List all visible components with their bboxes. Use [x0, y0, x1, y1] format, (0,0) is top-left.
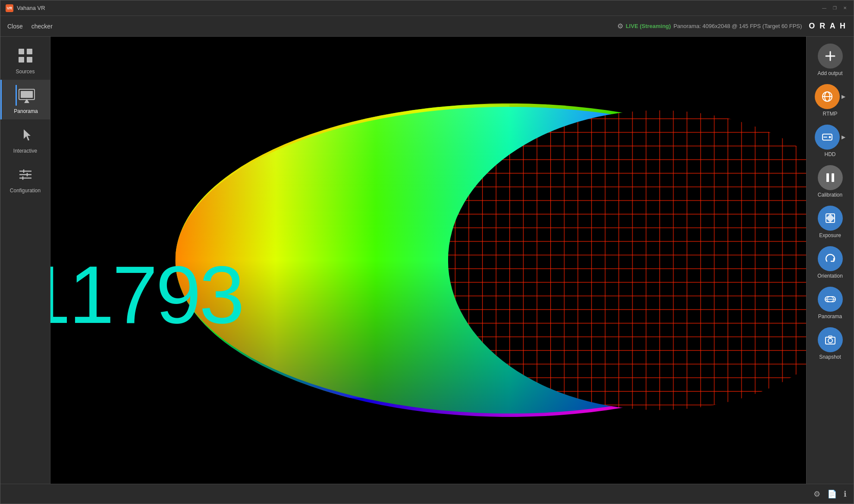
orientation-label: Orientation	[817, 273, 843, 279]
sources-icon	[15, 45, 36, 66]
document-bottom-icon[interactable]: 📄	[827, 489, 837, 499]
rtmp-button[interactable]: ▶ RTMP	[807, 81, 854, 120]
main-layout: Sources Panorama	[0, 37, 854, 484]
sidebar-item-configuration[interactable]: Configuration	[0, 159, 50, 199]
svg-rect-3	[27, 57, 32, 63]
hdd-icon	[815, 125, 840, 150]
hdd-button[interactable]: ▶ HDD	[807, 121, 854, 161]
calibration-icon	[818, 165, 843, 190]
sidebar-item-interactive[interactable]: Interactive	[0, 119, 50, 159]
live-status: LIVE (Streaming)	[626, 23, 671, 29]
app-title: Vahana VR	[17, 5, 45, 11]
panorama-label: Panorama	[14, 108, 38, 114]
sidebar-item-panorama[interactable]: Panorama	[2, 80, 50, 119]
orah-text: O R A H	[809, 22, 847, 30]
exposure-button[interactable]: Exposure	[807, 202, 854, 242]
close-button[interactable]: ✕	[841, 5, 848, 12]
panorama-right-icon	[818, 287, 843, 312]
interactive-label: Interactive	[13, 148, 37, 154]
svg-rect-2	[19, 57, 24, 63]
sources-label: Sources	[16, 69, 35, 75]
add-output-icon	[818, 44, 843, 69]
hdd-arrow: ▶	[841, 134, 845, 140]
settings-bottom-icon[interactable]: ⚙	[813, 489, 820, 499]
rtmp-arrow: ▶	[841, 94, 845, 100]
svg-rect-1	[27, 49, 32, 54]
content-area: 11793	[50, 37, 806, 484]
svg-point-41	[829, 136, 831, 138]
panorama-icon	[16, 85, 36, 106]
svg-rect-0	[19, 49, 24, 54]
sidebar-item-sources[interactable]: Sources	[0, 40, 50, 80]
resolution-info: Panorama: 4096x2048 @ 145 FPS (Target 60…	[673, 23, 802, 29]
snapshot-label: Snapshot	[819, 354, 841, 360]
snapshot-icon	[818, 327, 843, 352]
add-output-label: Add output	[817, 70, 842, 76]
svg-rect-44	[832, 173, 834, 182]
svg-rect-5	[21, 91, 33, 98]
rtmp-label: RTMP	[823, 111, 838, 117]
app-window: VR Vahana VR — ❐ ✕ Close checker ⚙ LIVE …	[0, 0, 854, 504]
exposure-label: Exposure	[819, 232, 841, 238]
settings-icon[interactable]: ⚙	[617, 22, 623, 30]
preset-label: checker	[31, 23, 53, 30]
calibration-label: Calibration	[818, 192, 842, 198]
svg-point-50	[828, 338, 832, 343]
app-logo: VR	[6, 4, 13, 12]
orientation-icon	[818, 246, 843, 271]
exposure-icon	[818, 206, 843, 231]
svg-text:11793: 11793	[50, 249, 243, 340]
configuration-icon	[15, 164, 36, 185]
svg-rect-7	[25, 101, 28, 103]
orah-brand: O R A H	[809, 22, 847, 31]
right-sidebar: Add output ▶ RTMP	[806, 37, 854, 484]
panorama-right-button[interactable]: Panorama	[807, 283, 854, 323]
svg-rect-33	[448, 110, 806, 410]
panorama-right-label: Panorama	[818, 313, 842, 319]
svg-rect-43	[826, 173, 829, 182]
menu-right-section: ⚙ LIVE (Streaming) Panorama: 4096x2048 @…	[617, 22, 847, 31]
maximize-button[interactable]: ❐	[831, 5, 838, 12]
calibration-button[interactable]: Calibration	[807, 162, 854, 201]
rtmp-icon	[815, 84, 840, 109]
minimize-button[interactable]: —	[821, 5, 828, 12]
sidebar-active-indicator: Panorama	[0, 80, 50, 119]
orientation-button[interactable]: Orientation	[807, 243, 854, 282]
info-bottom-icon[interactable]: ℹ	[844, 489, 847, 499]
menu-bar: Close checker ⚙ LIVE (Streaming) Panoram…	[0, 16, 854, 37]
bottom-bar: ⚙ 📄 ℹ	[0, 484, 854, 504]
title-bar: VR Vahana VR — ❐ ✕	[0, 0, 854, 16]
hdd-btn-row: ▶	[815, 125, 845, 150]
left-sidebar: Sources Panorama	[0, 37, 50, 484]
interactive-icon	[15, 125, 36, 145]
rtmp-btn-row: ▶	[815, 84, 845, 109]
status-indicator: ⚙ LIVE (Streaming) Panorama: 4096x2048 @…	[617, 22, 802, 30]
close-menu-item[interactable]: Close	[7, 23, 23, 30]
snapshot-button[interactable]: Snapshot	[807, 324, 854, 363]
panorama-viewer[interactable]: 11793	[50, 37, 806, 484]
window-controls: — ❐ ✕	[821, 5, 848, 12]
hdd-label: HDD	[825, 151, 836, 157]
add-output-button[interactable]: Add output	[807, 40, 854, 80]
configuration-label: Configuration	[10, 188, 41, 194]
